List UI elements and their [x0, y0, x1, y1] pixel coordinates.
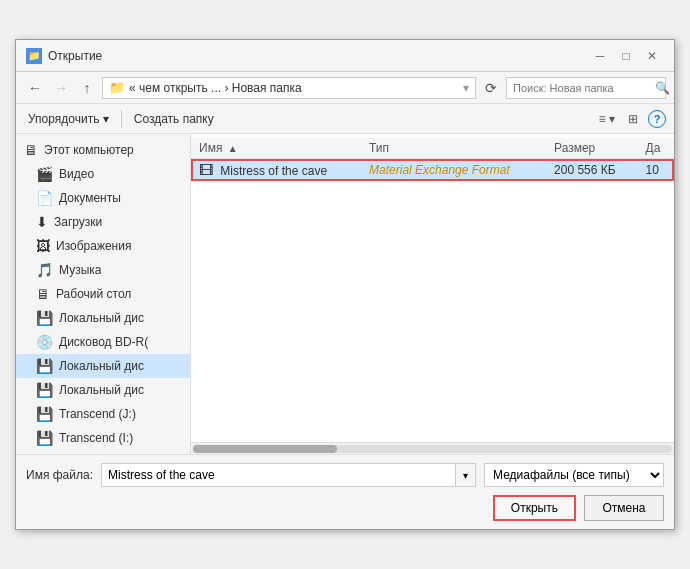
desktop-icon: 🖥 — [36, 286, 50, 302]
toolbar: Упорядочить ▾ Создать папку ≡ ▾ ⊞ ? — [16, 104, 674, 134]
breadcrumb: 📁 « чем открыть ... › Новая папка ▾ — [102, 77, 476, 99]
sidebar-item-transcend-i[interactable]: 💾 Transcend (I:) — [16, 426, 190, 450]
title-bar-left: 📁 Открытие — [26, 48, 102, 64]
dialog-title: Открытие — [48, 49, 102, 63]
help-button[interactable]: ? — [648, 110, 666, 128]
sidebar-item-localdisk2[interactable]: 💾 Локальный дис — [16, 354, 190, 378]
sidebar-item-bdrom[interactable]: 💿 Дисковод BD-R( — [16, 330, 190, 354]
col-name[interactable]: Имя ▲ — [191, 138, 361, 159]
localdisk3-icon: 💾 — [36, 382, 53, 398]
table-row[interactable]: 🎞 Mistress of the cave Material Exchange… — [191, 159, 674, 182]
sidebar-label-video: Видео — [59, 167, 94, 181]
search-icon: 🔍 — [655, 81, 670, 95]
filetype-select[interactable]: Медиафайлы (все типы) — [484, 463, 664, 487]
sidebar-label-localdisk3: Локальный дис — [59, 383, 144, 397]
back-button[interactable]: ← — [24, 77, 46, 99]
title-bar: 📁 Открытие ─ □ ✕ — [16, 40, 674, 72]
sidebar-item-downloads[interactable]: ⬇ Загрузки — [16, 210, 190, 234]
sidebar-label-desktop: Рабочий стол — [56, 287, 131, 301]
maximize-button[interactable]: □ — [614, 46, 638, 66]
file-table: Имя ▲ Тип Размер Да — [191, 138, 674, 181]
file-area: Имя ▲ Тип Размер Да — [191, 134, 674, 442]
file-icon: 🎞 — [199, 162, 213, 178]
organize-button[interactable]: Упорядочить ▾ — [24, 110, 113, 128]
main-area: 🖥 Этот компьютер 🎬 Видео 📄 Документы ⬇ З… — [16, 134, 674, 454]
sidebar-label-localdisk2: Локальный дис — [59, 359, 144, 373]
view-list-button[interactable]: ≡ ▾ — [596, 108, 618, 130]
sidebar-label-transcend-j: Transcend (J:) — [59, 407, 136, 421]
file-name: Mistress of the cave — [220, 164, 327, 178]
sidebar-item-music[interactable]: 🎵 Музыка — [16, 258, 190, 282]
file-name-cell: 🎞 Mistress of the cave — [191, 159, 361, 182]
nav-bar: ← → ↑ 📁 « чем открыть ... › Новая папка … — [16, 72, 674, 104]
filename-row: Имя файла: ▾ Медиафайлы (все типы) — [26, 463, 664, 487]
file-type-badge: Material Exchange Format — [369, 163, 510, 177]
sort-arrow: ▲ — [228, 143, 238, 154]
folder-icon: 📁 — [109, 80, 125, 95]
file-size-cell: 200 556 КБ — [546, 159, 638, 182]
col-date[interactable]: Да — [638, 138, 674, 159]
sidebar-item-localdisk3[interactable]: 💾 Локальный дис — [16, 378, 190, 402]
sidebar-item-localdisk1[interactable]: 💾 Локальный дис — [16, 306, 190, 330]
close-button[interactable]: ✕ — [640, 46, 664, 66]
breadcrumb-chevron: ▾ — [463, 81, 469, 95]
sidebar-label-music: Музыка — [59, 263, 101, 277]
documents-icon: 📄 — [36, 190, 53, 206]
file-panel: Имя ▲ Тип Размер Да — [191, 134, 674, 454]
scrollbar-thumb — [193, 445, 337, 453]
sidebar-label-documents: Документы — [59, 191, 121, 205]
sidebar-label-images: Изображения — [56, 239, 131, 253]
open-dialog: 📁 Открытие ─ □ ✕ ← → ↑ 📁 « чем открыть .… — [15, 39, 675, 530]
music-icon: 🎵 — [36, 262, 53, 278]
sidebar-label-bdrom: Дисковод BD-R( — [59, 335, 148, 349]
sidebar-label-localdisk1: Локальный дис — [59, 311, 144, 325]
filename-input-wrap: ▾ — [101, 463, 476, 487]
file-type-cell: Material Exchange Format — [361, 159, 546, 182]
horizontal-scrollbar[interactable] — [191, 442, 674, 454]
refresh-button[interactable]: ⟳ — [480, 77, 502, 99]
toolbar-separator — [121, 110, 122, 128]
sidebar-label-transcend-i: Transcend (I:) — [59, 431, 133, 445]
search-box: 🔍 — [506, 77, 666, 99]
computer-icon: 🖥 — [24, 142, 38, 158]
sidebar-item-video[interactable]: 🎬 Видео — [16, 162, 190, 186]
filename-dropdown-button[interactable]: ▾ — [456, 463, 476, 487]
bottom-bar: Имя файла: ▾ Медиафайлы (все типы) Откры… — [16, 454, 674, 529]
col-size[interactable]: Размер — [546, 138, 638, 159]
images-icon: 🖼 — [36, 238, 50, 254]
video-icon: 🎬 — [36, 166, 53, 182]
new-folder-button[interactable]: Создать папку — [130, 110, 218, 128]
button-row: Открыть Отмена — [26, 495, 664, 521]
sidebar-item-documents[interactable]: 📄 Документы — [16, 186, 190, 210]
minimize-button[interactable]: ─ — [588, 46, 612, 66]
scrollbar-track — [193, 445, 672, 453]
cancel-button[interactable]: Отмена — [584, 495, 664, 521]
title-bar-controls: ─ □ ✕ — [588, 46, 664, 66]
sidebar-item-computer[interactable]: 🖥 Этот компьютер — [16, 138, 190, 162]
sidebar-item-images[interactable]: 🖼 Изображения — [16, 234, 190, 258]
forward-button[interactable]: → — [50, 77, 72, 99]
file-date-cell: 10 — [638, 159, 674, 182]
sidebar-item-transcend-j[interactable]: 💾 Transcend (J:) — [16, 402, 190, 426]
toolbar-right: ≡ ▾ ⊞ ? — [596, 108, 666, 130]
sidebar-item-desktop[interactable]: 🖥 Рабочий стол — [16, 282, 190, 306]
bdrom-icon: 💿 — [36, 334, 53, 350]
sidebar-label-computer: Этот компьютер — [44, 143, 134, 157]
search-input[interactable] — [513, 82, 651, 94]
dialog-icon: 📁 — [26, 48, 42, 64]
localdisk2-icon: 💾 — [36, 358, 53, 374]
open-button[interactable]: Открыть — [493, 495, 576, 521]
breadcrumb-text: « чем открыть ... › Новая папка — [129, 81, 302, 95]
up-button[interactable]: ↑ — [76, 77, 98, 99]
col-type[interactable]: Тип — [361, 138, 546, 159]
downloads-icon: ⬇ — [36, 214, 48, 230]
filename-input[interactable] — [101, 463, 456, 487]
sidebar-label-downloads: Загрузки — [54, 215, 102, 229]
transcend-i-icon: 💾 — [36, 430, 53, 446]
sidebar: 🖥 Этот компьютер 🎬 Видео 📄 Документы ⬇ З… — [16, 134, 191, 454]
localdisk1-icon: 💾 — [36, 310, 53, 326]
filename-label: Имя файла: — [26, 468, 93, 482]
view-tiles-button[interactable]: ⊞ — [622, 108, 644, 130]
transcend-j-icon: 💾 — [36, 406, 53, 422]
